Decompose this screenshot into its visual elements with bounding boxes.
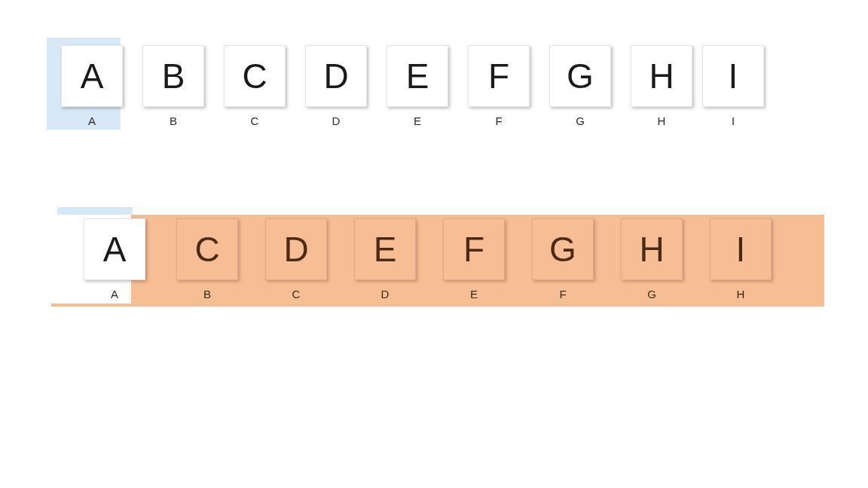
- tile-F[interactable]: F: [468, 45, 530, 107]
- caption-F: F: [458, 114, 539, 127]
- caption-B: B: [133, 114, 214, 127]
- tile-G[interactable]: G: [549, 45, 611, 107]
- tile-C[interactable]: C: [224, 45, 286, 107]
- caption-I: I: [702, 114, 764, 127]
- letter-cell-2-E[interactable]: E D: [341, 218, 429, 300]
- letter-cell-D[interactable]: D D: [295, 45, 377, 127]
- letter-row-2-wrapper: A A C B D C E D F E G F H G I H: [51, 207, 770, 289]
- letter-cell-2-I[interactable]: I H: [696, 218, 785, 300]
- tile-2-C[interactable]: C: [176, 218, 238, 280]
- tile-H[interactable]: H: [631, 45, 692, 107]
- letter-row-2: A A C B D C E D F E G F H G I H: [66, 218, 785, 300]
- letter-cell-E[interactable]: E E: [377, 45, 458, 127]
- caption-D: D: [295, 114, 377, 127]
- caption-2-H: H: [696, 288, 785, 300]
- tile-2-D[interactable]: D: [265, 218, 327, 280]
- caption-C: C: [214, 114, 295, 127]
- tile-2-F[interactable]: F: [443, 218, 505, 280]
- tile-B[interactable]: B: [142, 45, 204, 107]
- letter-cell-2-H[interactable]: H G: [607, 218, 696, 300]
- tile-D[interactable]: D: [305, 45, 367, 107]
- caption-2-F: F: [518, 288, 607, 300]
- letter-cell-2-F[interactable]: F E: [429, 218, 518, 300]
- letter-row-1: A A B B C C D D E E F F G G H H I I: [51, 45, 764, 127]
- caption-2-A: A: [66, 288, 163, 300]
- tile-2-A[interactable]: A: [84, 218, 145, 280]
- letter-cell-2-C[interactable]: C B: [163, 218, 252, 300]
- tile-E[interactable]: E: [387, 45, 448, 107]
- letter-cell-2-A[interactable]: A A: [66, 218, 163, 300]
- caption-2-E: E: [429, 288, 518, 300]
- caption-2-D: D: [341, 288, 429, 300]
- letter-cell-F[interactable]: F F: [458, 45, 539, 127]
- tile-2-H[interactable]: H: [621, 218, 683, 280]
- caption-A: A: [51, 114, 133, 127]
- caption-2-C: C: [252, 288, 341, 300]
- caption-G: G: [539, 114, 621, 127]
- letter-cell-G[interactable]: G G: [539, 45, 621, 127]
- letter-cell-2-D[interactable]: D C: [252, 218, 341, 300]
- orange-bottom-edge: [51, 303, 131, 307]
- tile-2-E[interactable]: E: [354, 218, 416, 280]
- letter-cell-I[interactable]: I I: [702, 45, 764, 127]
- tile-I[interactable]: I: [702, 45, 764, 107]
- tile-2-G[interactable]: G: [532, 218, 594, 280]
- letter-cell-H[interactable]: H H: [621, 45, 702, 127]
- letter-cell-C[interactable]: C C: [214, 45, 295, 127]
- tile-2-I[interactable]: I: [710, 218, 772, 280]
- blue-strip: [57, 207, 133, 215]
- caption-2-G: G: [607, 288, 696, 300]
- tile-A[interactable]: A: [61, 45, 123, 107]
- caption-H: H: [621, 114, 702, 127]
- letter-cell-B[interactable]: B B: [133, 45, 214, 127]
- caption-E: E: [377, 114, 458, 127]
- caption-2-B: B: [163, 288, 252, 300]
- letter-cell-2-G[interactable]: G F: [518, 218, 607, 300]
- letter-cell-A[interactable]: A A: [51, 45, 133, 127]
